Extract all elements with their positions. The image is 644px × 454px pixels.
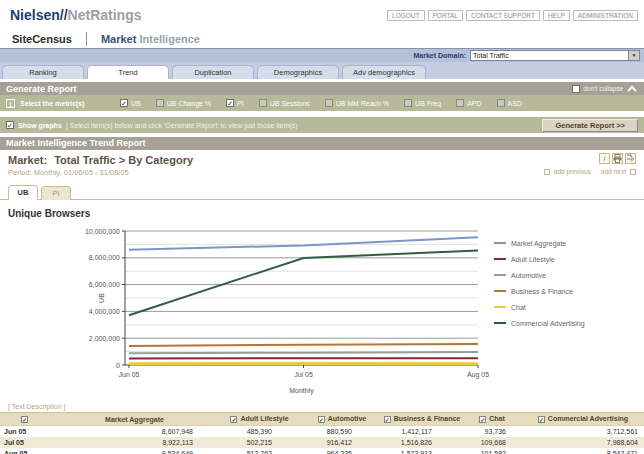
legend-label-automotive: Automotive bbox=[511, 272, 546, 279]
metric-ub-mkt-reach: UB Mkt Reach % bbox=[325, 99, 389, 107]
legend-label-commercial-advertising: Commercial Advertising bbox=[511, 320, 585, 328]
market-word: Market bbox=[101, 33, 136, 45]
show-graphs-label: Show graphs bbox=[18, 122, 62, 129]
metric-checkbox-pi[interactable]: ✓ bbox=[226, 99, 234, 107]
metric-label: ASD bbox=[508, 100, 522, 107]
collapse-controls: don't collapse bbox=[572, 85, 638, 93]
product-tab-sitecensus[interactable]: SiteCensus bbox=[12, 33, 72, 45]
cell-jul-05-business-finance: 1,516,826 bbox=[382, 437, 462, 448]
cell-aug-05-chat: 101,582 bbox=[462, 448, 522, 454]
select-metrics-label: Select the metric(s) bbox=[20, 100, 120, 107]
table-row-jul-05: Jul 058,922,113502,215916,4121,516,82610… bbox=[0, 437, 644, 448]
cell-aug-05-adult-lifestyle: 512,762 bbox=[217, 448, 302, 454]
column-checkbox-adult-lifestyle[interactable]: ✓ bbox=[230, 416, 237, 423]
column-checkbox-automotive[interactable]: ✓ bbox=[318, 416, 325, 423]
market-value: Total Traffic > By Category bbox=[54, 154, 193, 166]
add-next-link[interactable]: add next bbox=[601, 168, 626, 175]
x-axis-label: Monthly bbox=[289, 387, 314, 395]
select-all-checkbox[interactable]: ✓ bbox=[21, 416, 28, 423]
metric-checkbox-ub-freq[interactable] bbox=[404, 99, 412, 107]
market-domain-bar: Market Domain: Total Traffic ▼ bbox=[0, 48, 644, 62]
show-graphs-group: ✓ Show graphs | Select item(s) below and… bbox=[6, 121, 298, 129]
nielsen-netratings-logo: Nielsen//NetRatings bbox=[10, 6, 142, 24]
export-icon[interactable] bbox=[625, 153, 636, 164]
add-period-controls: add previous add next bbox=[544, 168, 636, 175]
cell-jun-05-adult-lifestyle: 485,390 bbox=[217, 426, 302, 438]
series-line-market-aggregate bbox=[129, 237, 478, 249]
instructions-text: | Select item(s) below and click 'Genera… bbox=[66, 122, 298, 129]
intelligence-word: Intelligence bbox=[139, 33, 200, 45]
product-tab-market-intelligence[interactable]: Market Intelligence bbox=[101, 33, 200, 45]
column-label: Automotive bbox=[328, 415, 367, 422]
column-label: Business & Finance bbox=[394, 415, 461, 422]
column-header-market-aggregate: Market Aggregate bbox=[52, 413, 217, 426]
column-label: Commercial Advertising bbox=[548, 415, 628, 422]
metric-tab-pi[interactable]: PI bbox=[41, 186, 71, 200]
row-label: Jul 05 bbox=[0, 437, 52, 448]
tab-demographics[interactable]: Demographics bbox=[257, 65, 339, 79]
market-breadcrumb: Market: Total Traffic > By Category bbox=[8, 154, 636, 166]
metric-tab-ub[interactable]: UB bbox=[8, 185, 38, 200]
tab-adv-demographics[interactable]: Adv demographics bbox=[342, 65, 426, 79]
report-action-icons: i bbox=[599, 153, 636, 164]
header-link-administration[interactable]: ADMINISTRATION bbox=[573, 10, 638, 21]
tab-ranking[interactable]: Ranking bbox=[2, 65, 84, 79]
x-tick-label: Jun 05 bbox=[118, 371, 139, 378]
header-link-portal[interactable]: PORTAL bbox=[428, 10, 463, 21]
column-header-adult-lifestyle: ✓Adult Lifestyle bbox=[217, 413, 302, 426]
step-icon: 1 bbox=[6, 99, 15, 108]
metric-ub: ✓UB bbox=[120, 99, 141, 107]
tab-trend[interactable]: Trend bbox=[87, 65, 169, 79]
trend-data-table: ✓Market Aggregate✓Adult Lifestyle✓Automo… bbox=[0, 412, 644, 454]
metric-label: UB Change % bbox=[167, 100, 211, 107]
text-description-link[interactable]: [ Text Description ] bbox=[8, 403, 644, 410]
metric-label: PI bbox=[237, 100, 244, 107]
print-icon[interactable] bbox=[612, 153, 623, 164]
trend-line-chart: 02,000,0004,000,0006,000,0008,000,00010,… bbox=[0, 219, 644, 399]
cell-jul-05-chat: 109,668 bbox=[462, 437, 522, 448]
add-next-checkbox[interactable] bbox=[630, 169, 636, 175]
table-header-row: ✓Market Aggregate✓Adult Lifestyle✓Automo… bbox=[0, 413, 644, 426]
generate-report-button[interactable]: Generate Report >> bbox=[542, 119, 638, 132]
metric-checkbox-ub-sessions[interactable] bbox=[259, 99, 267, 107]
metric-label: UB bbox=[131, 100, 141, 107]
column-label: Chat bbox=[489, 415, 505, 422]
page: Nielsen//NetRatings LOGOUTPORTALCONTACT … bbox=[0, 0, 644, 454]
cell-aug-05-commercial-advertising: 8,542,471 bbox=[522, 448, 644, 454]
cell-jun-05-business-finance: 1,412,117 bbox=[382, 426, 462, 438]
tab-duplication[interactable]: Duplication bbox=[172, 65, 254, 79]
metric-checkbox-asd[interactable] bbox=[497, 99, 505, 107]
header-link-contact-support[interactable]: CONTACT SUPPORT bbox=[466, 10, 540, 21]
metric-tab-bar: UBPI bbox=[0, 184, 644, 200]
row-label: Jun 05 bbox=[0, 426, 52, 438]
show-graphs-row: ✓ Show graphs | Select item(s) below and… bbox=[0, 117, 644, 133]
collapse-chevron-icon[interactable] bbox=[626, 85, 638, 93]
metric-label: UB Freq bbox=[415, 100, 441, 107]
metric-checkbox-ub-change[interactable] bbox=[156, 99, 164, 107]
table-row-aug-05: Aug 059,534,649512,762964,2351,572,91310… bbox=[0, 448, 644, 454]
info-icon[interactable]: i bbox=[599, 153, 610, 164]
add-previous-checkbox[interactable] bbox=[544, 169, 550, 175]
column-checkbox-business-finance[interactable]: ✓ bbox=[384, 416, 391, 423]
add-previous-link[interactable]: add previous bbox=[554, 168, 591, 175]
dont-collapse-label: don't collapse bbox=[583, 85, 623, 92]
dropdown-arrow-icon[interactable]: ▼ bbox=[628, 51, 639, 60]
column-checkbox-commercial-advertising[interactable]: ✓ bbox=[538, 416, 545, 423]
product-row: SiteCensus Market Intelligence bbox=[0, 30, 644, 48]
table-row-jun-05: Jun 058,607,948485,390880,5901,412,11793… bbox=[0, 426, 644, 438]
legend-label-market-aggregate: Market Aggregate bbox=[511, 240, 566, 248]
metric-ub-sessions: UB Sessions bbox=[259, 99, 310, 107]
select-all-cell: ✓ bbox=[0, 413, 52, 426]
metric-checkbox-apd[interactable] bbox=[456, 99, 464, 107]
market-domain-select[interactable]: Total Traffic ▼ bbox=[470, 50, 640, 61]
metric-checkbox-ub[interactable]: ✓ bbox=[120, 99, 128, 107]
generate-report-title: Generate Report bbox=[6, 84, 77, 94]
header-link-logout[interactable]: LOGOUT bbox=[387, 10, 424, 21]
show-graphs-checkbox[interactable]: ✓ bbox=[6, 121, 14, 129]
dont-collapse-checkbox[interactable] bbox=[572, 85, 580, 93]
header-link-help[interactable]: HELP bbox=[543, 10, 570, 21]
column-checkbox-chat[interactable]: ✓ bbox=[479, 416, 486, 423]
metric-checkbox-ub-mkt-reach[interactable] bbox=[325, 99, 333, 107]
x-tick-label: Jul 05 bbox=[294, 371, 313, 378]
column-label: Adult Lifestyle bbox=[240, 415, 288, 422]
